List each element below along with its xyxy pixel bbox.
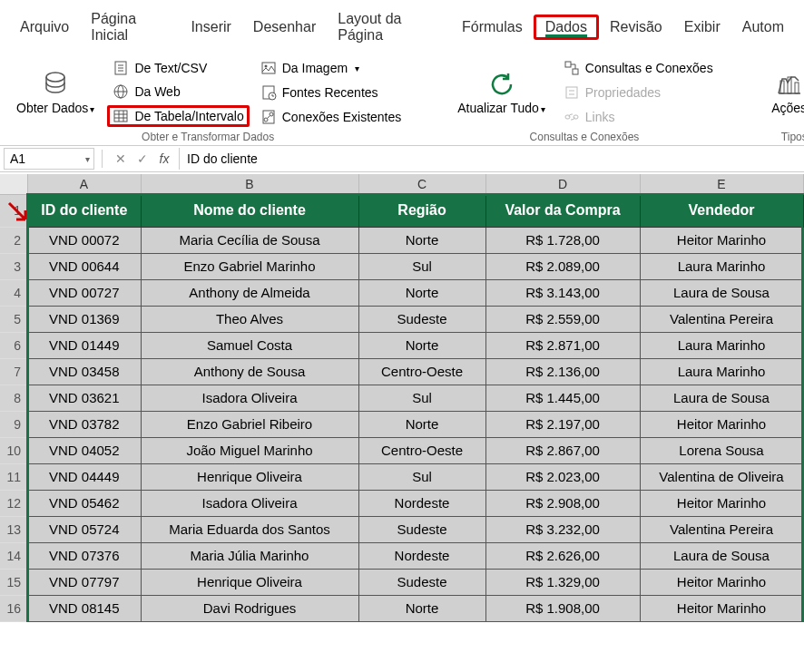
cell[interactable]: R$ 2.626,00 — [485, 542, 640, 569]
cell[interactable]: Heitor Marinho — [640, 490, 803, 516]
name-box[interactable]: A1 ▾ — [4, 148, 94, 170]
menu-exibir[interactable]: Exibir — [673, 15, 731, 39]
cell[interactable]: VND 04449 — [27, 463, 141, 490]
menu-dados[interactable]: Dados — [534, 15, 599, 40]
col-header-a[interactable]: A — [27, 174, 141, 194]
cell[interactable]: VND 04052 — [27, 437, 141, 463]
row-header[interactable]: 15 — [0, 569, 27, 595]
consultas-conexoes-button[interactable]: Consultas e Conexões — [558, 58, 719, 78]
spreadsheet[interactable]: A B C D E 1ID do clienteNome do clienteR… — [0, 174, 804, 622]
cell[interactable]: Nordeste — [358, 490, 485, 516]
da-web-button[interactable]: Da Web — [107, 82, 249, 102]
cell[interactable]: Anthony de Sousa — [141, 358, 358, 385]
cell[interactable]: Laura de Sousa — [640, 542, 803, 569]
menu-pagina-inicial[interactable]: Página Inicial — [80, 7, 180, 47]
cell[interactable]: R$ 1.908,00 — [485, 595, 640, 621]
da-imagem-button[interactable]: Da Imagem▾ — [255, 58, 407, 78]
cell[interactable]: R$ 2.136,00 — [485, 358, 640, 385]
cell[interactable]: R$ 1.329,00 — [485, 569, 640, 595]
cell[interactable]: Norte — [358, 332, 485, 358]
menu-inserir[interactable]: Inserir — [180, 15, 241, 39]
cell[interactable]: R$ 2.867,00 — [485, 437, 640, 463]
de-text-csv-button[interactable]: De Text/CSV — [107, 58, 249, 78]
col-header-c[interactable]: C — [358, 174, 485, 194]
cell[interactable]: R$ 3.232,00 — [485, 516, 640, 542]
cell[interactable]: Davi Rodrigues — [141, 595, 358, 621]
cell[interactable]: Sul — [358, 463, 485, 490]
cell[interactable]: ID do cliente — [27, 194, 141, 227]
row-header[interactable]: 13 — [0, 516, 27, 542]
cell[interactable]: Laura de Sousa — [640, 279, 803, 306]
row-header[interactable]: 11 — [0, 463, 27, 490]
row-header[interactable]: 9 — [0, 411, 27, 437]
cell[interactable]: Centro-Oeste — [358, 358, 485, 385]
row-header[interactable]: 4 — [0, 279, 27, 306]
cell[interactable]: VND 00644 — [27, 253, 141, 279]
cell[interactable]: VND 08145 — [27, 595, 141, 621]
de-tabela-intervalo-button[interactable]: De Tabela/Intervalo — [107, 105, 249, 127]
cell[interactable]: VND 00072 — [27, 227, 141, 253]
cell[interactable]: Região — [358, 194, 485, 227]
menu-desenhar[interactable]: Desenhar — [242, 15, 327, 39]
cell[interactable]: Samuel Costa — [141, 332, 358, 358]
conexoes-existentes-button[interactable]: Conexões Existentes — [255, 107, 407, 127]
cell[interactable]: Enzo Gabriel Marinho — [141, 253, 358, 279]
cell[interactable]: Sudeste — [358, 516, 485, 542]
cell[interactable]: Valor da Compra — [485, 194, 640, 227]
cell[interactable]: Norte — [358, 279, 485, 306]
cell[interactable]: Sudeste — [358, 569, 485, 595]
cell[interactable]: Valentina Pereira — [640, 516, 803, 542]
cell[interactable]: Sul — [358, 385, 485, 411]
cell[interactable]: R$ 2.089,00 — [485, 253, 640, 279]
fx-button[interactable]: fx — [153, 148, 175, 170]
cell[interactable]: Heitor Marinho — [640, 227, 803, 253]
cell[interactable]: Lorena Sousa — [640, 437, 803, 463]
row-header[interactable]: 16 — [0, 595, 27, 621]
cell[interactable]: Valentina Pereira — [640, 306, 803, 332]
row-header[interactable]: 10 — [0, 437, 27, 463]
select-all-button[interactable] — [0, 174, 27, 194]
row-header[interactable]: 6 — [0, 332, 27, 358]
cell[interactable]: R$ 2.023,00 — [485, 463, 640, 490]
cell[interactable]: VND 01369 — [27, 306, 141, 332]
cell[interactable]: Heitor Marinho — [640, 569, 803, 595]
cell[interactable]: Laura de Sousa — [640, 385, 803, 411]
cell[interactable]: R$ 3.143,00 — [485, 279, 640, 306]
cell[interactable]: Enzo Gabriel Ribeiro — [141, 411, 358, 437]
cell[interactable]: Maria Eduarda dos Santos — [141, 516, 358, 542]
cell[interactable]: Henrique Oliveira — [141, 569, 358, 595]
cell[interactable]: VND 03458 — [27, 358, 141, 385]
row-header[interactable]: 7 — [0, 358, 27, 385]
cancel-formula-button[interactable]: ✕ — [110, 148, 132, 170]
cell[interactable]: VND 05724 — [27, 516, 141, 542]
cell[interactable]: Isadora Oliveira — [141, 490, 358, 516]
cell[interactable]: Heitor Marinho — [640, 595, 803, 621]
col-header-d[interactable]: D — [485, 174, 640, 194]
obter-dados-button[interactable]: Obter Dados▾ — [9, 58, 102, 127]
cell[interactable]: VND 01449 — [27, 332, 141, 358]
cell[interactable]: Centro-Oeste — [358, 437, 485, 463]
col-header-e[interactable]: E — [640, 174, 803, 194]
cell[interactable]: R$ 2.908,00 — [485, 490, 640, 516]
cell[interactable]: Valentina de Oliveira — [640, 463, 803, 490]
row-header[interactable]: 3 — [0, 253, 27, 279]
cell[interactable]: Norte — [358, 595, 485, 621]
cell[interactable]: R$ 1.728,00 — [485, 227, 640, 253]
formula-input[interactable]: ID do cliente — [179, 148, 800, 170]
cell[interactable]: VND 07797 — [27, 569, 141, 595]
menu-autom[interactable]: Autom — [731, 15, 795, 39]
col-header-b[interactable]: B — [141, 174, 358, 194]
row-header[interactable]: 2 — [0, 227, 27, 253]
cell[interactable]: VND 03621 — [27, 385, 141, 411]
cell[interactable]: R$ 2.559,00 — [485, 306, 640, 332]
cell[interactable]: Laura Marinho — [640, 358, 803, 385]
row-header[interactable]: 14 — [0, 542, 27, 569]
cell[interactable]: R$ 2.871,00 — [485, 332, 640, 358]
cell[interactable]: VND 00727 — [27, 279, 141, 306]
menu-layout[interactable]: Layout da Página — [327, 7, 451, 47]
cell[interactable]: VND 03782 — [27, 411, 141, 437]
cell[interactable]: Anthony de Almeida — [141, 279, 358, 306]
cell[interactable]: Laura Marinho — [640, 332, 803, 358]
cell[interactable]: Vendedor — [640, 194, 803, 227]
cell[interactable]: Sul — [358, 253, 485, 279]
